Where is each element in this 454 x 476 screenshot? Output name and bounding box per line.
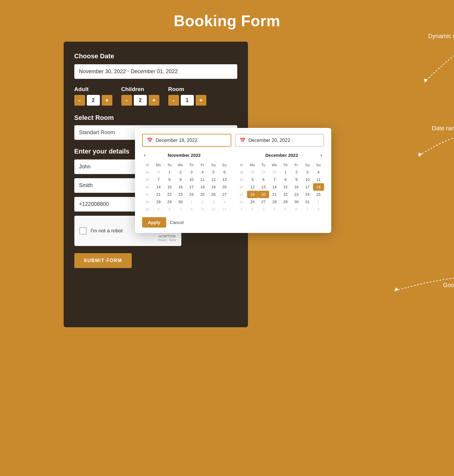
calendar-day-dec[interactable]: 20 [258, 191, 269, 198]
calendar-day-dec[interactable]: 3 [302, 168, 313, 176]
calendar-day[interactable]: 11 [219, 206, 230, 213]
recaptcha-checkbox[interactable] [79, 227, 87, 234]
room-minus-btn[interactable]: - [168, 95, 179, 106]
calendar-day-dec[interactable]: 2 [291, 168, 302, 176]
calendar-day[interactable]: 2 [197, 198, 208, 206]
calendar-day[interactable]: 23 [175, 191, 186, 198]
calendar-day-dec[interactable]: 8 [280, 176, 291, 183]
calendar-day-dec[interactable]: 12 [247, 183, 258, 191]
cal-end-date-input[interactable]: 📅 December 20, 2022 [235, 134, 324, 147]
calendar-day[interactable]: 7 [175, 206, 186, 213]
calendar-day[interactable]: 15 [164, 183, 175, 191]
calendar-day[interactable]: 22 [164, 191, 175, 198]
next-month-btn[interactable]: › [318, 151, 324, 159]
calendar-day[interactable]: 31 [153, 168, 164, 176]
calendar-day-dec[interactable]: 10 [302, 176, 313, 183]
calendar-day-dec[interactable]: 5 [247, 176, 258, 183]
calendar-day[interactable]: 12 [208, 176, 219, 183]
calendar-day-dec[interactable]: 11 [313, 176, 324, 183]
calendar-day[interactable]: 21 [153, 191, 164, 198]
calendar-day[interactable]: 4 [197, 168, 208, 176]
calendar-day[interactable]: 25 [197, 191, 208, 198]
calendar-day-dec[interactable]: 18 [313, 183, 324, 191]
calendar-day-dec[interactable]: 28 [269, 198, 280, 206]
calendar-day[interactable]: 28 [153, 198, 164, 206]
calendar-day-dec[interactable]: 31 [302, 198, 313, 206]
calendar-day-dec[interactable]: 1 [280, 168, 291, 176]
calendar-day-dec[interactable]: 22 [280, 191, 291, 198]
calendar-day-dec[interactable]: 1 [313, 198, 324, 206]
calendar-day-dec[interactable]: 2 [247, 206, 258, 213]
calendar-day[interactable]: 20 [219, 183, 230, 191]
calendar-day-dec[interactable]: 8 [313, 206, 324, 213]
calendar-day[interactable]: 18 [197, 183, 208, 191]
calendar-day[interactable]: 9 [175, 176, 186, 183]
calendar-day-dec[interactable]: 23 [291, 191, 302, 198]
calendar-day[interactable]: 3 [186, 168, 197, 176]
calendar-day[interactable]: 9 [197, 206, 208, 213]
calendar-day[interactable]: 16 [175, 183, 186, 191]
calendar-day[interactable]: 17 [186, 183, 197, 191]
calendar-day-dec[interactable]: 21 [269, 191, 280, 198]
calendar-day[interactable]: 19 [208, 183, 219, 191]
children-minus-btn[interactable]: - [121, 95, 132, 106]
calendar-day[interactable]: 10 [208, 206, 219, 213]
calendar-day[interactable]: 8 [186, 206, 197, 213]
calendar-day[interactable]: 1 [164, 168, 175, 176]
calendar-day[interactable]: 7 [153, 176, 164, 183]
calendar-day[interactable]: 13 [219, 176, 230, 183]
calendar-day-dec[interactable]: 29 [258, 168, 269, 176]
calendar-day-dec[interactable]: 24 [302, 191, 313, 198]
room-plus-btn[interactable]: + [196, 95, 206, 106]
cal-start-date-input[interactable]: 📅 December 18, 2022 [142, 134, 231, 147]
cancel-btn[interactable]: Cancel [170, 220, 184, 225]
calendar-day[interactable]: 24 [186, 191, 197, 198]
calendar-day-dec[interactable]: 3 [258, 206, 269, 213]
calendar-day[interactable]: 29 [164, 198, 175, 206]
calendar-day[interactable]: 2 [175, 168, 186, 176]
submit-form-btn[interactable]: SUBMIT FORM [74, 253, 132, 268]
calendar-day[interactable]: 5 [153, 206, 164, 213]
prev-month-btn[interactable]: ‹ [142, 151, 147, 159]
calendar-day-dec[interactable]: 29 [280, 198, 291, 206]
adult-plus-btn[interactable]: + [102, 95, 112, 106]
children-plus-btn[interactable]: + [149, 95, 159, 106]
calendar-day[interactable]: 8 [164, 176, 175, 183]
calendar-day-dec[interactable]: 25 [313, 191, 324, 198]
calendar-day[interactable]: 10 [186, 176, 197, 183]
calendar-day-dec[interactable]: 5 [280, 206, 291, 213]
calendar-day-dec[interactable]: 6 [291, 206, 302, 213]
calendar-day-dec[interactable]: 9 [291, 176, 302, 183]
calendar-day-dec[interactable]: 19 [247, 191, 258, 198]
date-range-input[interactable]: November 30, 2022 - December 01, 2022 [74, 64, 237, 79]
adult-minus-btn[interactable]: - [74, 95, 85, 106]
calendar-day[interactable]: 11 [197, 176, 208, 183]
calendar-day-dec[interactable]: 16 [291, 183, 302, 191]
calendar-day-dec[interactable]: 17 [302, 183, 313, 191]
calendar-day-dec[interactable]: 4 [313, 168, 324, 176]
calendar-day-dec[interactable]: 27 [258, 198, 269, 206]
calendar-day[interactable]: 3 [208, 198, 219, 206]
calendar-day[interactable]: 4 [219, 198, 230, 206]
calendar-day-dec[interactable]: 7 [269, 176, 280, 183]
calendar-day[interactable]: 5 [208, 168, 219, 176]
calendar-day-dec[interactable]: 4 [269, 206, 280, 213]
calendar-day[interactable]: 6 [219, 168, 230, 176]
calendar-day-dec[interactable]: 28 [247, 168, 258, 176]
apply-btn[interactable]: Apply [142, 217, 166, 228]
calendar-day-dec[interactable]: 14 [269, 183, 280, 191]
calendar-day-dec[interactable]: 7 [302, 206, 313, 213]
calendar-day-dec[interactable]: 15 [280, 183, 291, 191]
calendar-day[interactable]: 30 [175, 198, 186, 206]
calendar-day[interactable]: 26 [208, 191, 219, 198]
calendar-day-dec[interactable]: 6 [258, 176, 269, 183]
calendar-day-dec[interactable]: 13 [258, 183, 269, 191]
calendar-day[interactable]: 1 [186, 198, 197, 206]
calendar-day[interactable]: 27 [219, 191, 230, 198]
calendar-day[interactable]: 14 [153, 183, 164, 191]
calendar-day[interactable]: 6 [164, 206, 175, 213]
choose-date-label: Choose Date [74, 52, 237, 60]
calendar-day-dec[interactable]: 30 [291, 198, 302, 206]
calendar-day-dec[interactable]: 26 [247, 198, 258, 206]
calendar-day-dec[interactable]: 30 [269, 168, 280, 176]
